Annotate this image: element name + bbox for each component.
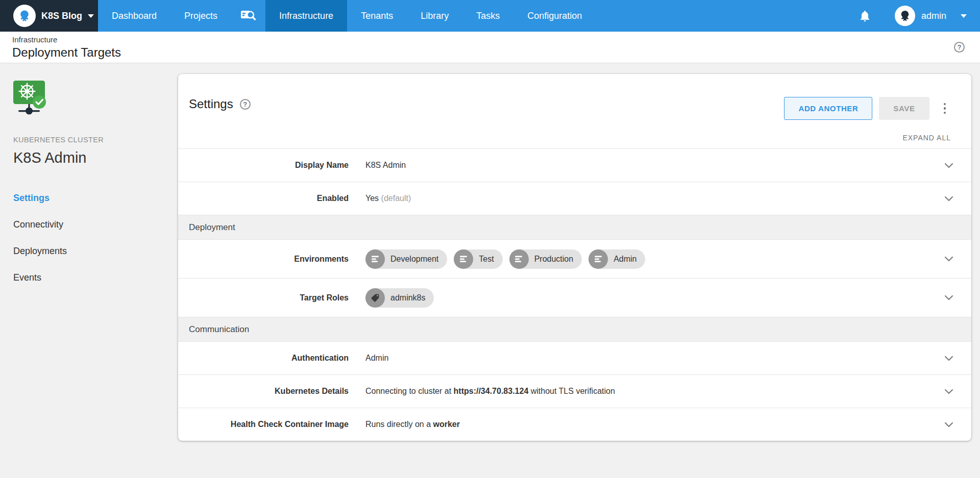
card-title-row: Settings ? [189, 97, 251, 111]
chevron-down-icon [961, 14, 967, 18]
worker-text: worker [433, 420, 460, 429]
nav-items: Dashboard Projects Infrastructure Tenant… [98, 0, 596, 32]
environment-chip: Development [365, 249, 447, 269]
nav-right: admin [859, 0, 980, 32]
user-avatar-icon [895, 6, 915, 26]
cluster-url: https://34.70.83.124 [454, 387, 529, 395]
sidebar-item-settings[interactable]: Settings [13, 193, 50, 203]
row-label: Kubernetes Details [178, 387, 365, 396]
save-button[interactable]: SAVE [879, 97, 929, 120]
row-display-name[interactable]: Display Name K8S Admin [178, 148, 971, 182]
space-switcher[interactable]: K8S Blog [0, 0, 98, 32]
expand-chevron-icon[interactable] [945, 295, 953, 300]
main-panel: Settings ? ADD ANOTHER SAVE EXPAND ALL D… [178, 74, 971, 441]
row-enabled[interactable]: Enabled Yes (default) [178, 182, 971, 215]
breadcrumb-bar: Infrastructure Deployment Targets ? [0, 32, 980, 63]
space-name: K8S Blog [41, 11, 82, 21]
sidebar: KUBERNETES CLUSTER K8S Admin Settings Co… [0, 63, 178, 299]
target-type-label: KUBERNETES CLUSTER [13, 136, 168, 144]
row-label: Environments [178, 255, 365, 264]
section-header-deployment: Deployment [178, 215, 971, 239]
nav-item-projects[interactable]: Projects [170, 0, 231, 32]
expand-chevron-icon[interactable] [945, 356, 953, 361]
expand-chevron-icon[interactable] [945, 422, 953, 427]
environment-icon [454, 249, 473, 269]
row-target-roles[interactable]: Target Roles admink8s [178, 278, 971, 317]
row-authentication[interactable]: Authentication Admin [178, 341, 971, 374]
search-icon [240, 9, 256, 23]
settings-title: Settings [189, 97, 233, 111]
nav-item-tenants[interactable]: Tenants [347, 0, 407, 32]
user-name: admin [921, 11, 946, 21]
row-label: Target Roles [178, 293, 365, 303]
row-health-check-container-image[interactable]: Health Check Container Image Runs direct… [178, 408, 971, 441]
row-value: Yes (default) [365, 194, 411, 203]
row-label: Display Name [178, 161, 365, 170]
environment-chip: Test [454, 249, 502, 269]
expand-chevron-icon[interactable] [945, 389, 953, 394]
nav-item-library[interactable]: Library [407, 0, 462, 32]
tag-icon [365, 288, 385, 308]
environment-chip: Admin [589, 249, 645, 269]
row-value: Connecting to cluster at https://34.70.8… [365, 387, 615, 396]
expand-chevron-icon[interactable] [945, 196, 953, 201]
expand-chevron-icon[interactable] [945, 257, 953, 261]
sidebar-item-connectivity[interactable]: Connectivity [13, 219, 63, 230]
search-button[interactable] [231, 0, 265, 32]
chevron-down-icon [88, 14, 94, 18]
settings-help-button[interactable]: ? [240, 99, 251, 110]
nav-item-dashboard[interactable]: Dashboard [98, 0, 170, 32]
top-navbar: K8S Blog Dashboard Projects Infrastructu… [0, 0, 980, 32]
status-check-icon [33, 95, 46, 109]
expand-chevron-icon[interactable] [945, 163, 953, 168]
content-area: KUBERNETES CLUSTER K8S Admin Settings Co… [0, 63, 980, 478]
environment-chip: Production [509, 249, 582, 269]
kubernetes-cluster-icon [13, 81, 168, 117]
nav-item-configuration[interactable]: Configuration [513, 0, 596, 32]
bell-icon [859, 10, 871, 22]
environment-chips: Development Test Production Admin [365, 249, 645, 269]
overflow-menu-button[interactable] [940, 100, 950, 117]
settings-card: Settings ? ADD ANOTHER SAVE EXPAND ALL D… [178, 74, 971, 441]
expand-row: EXPAND ALL [178, 120, 971, 148]
environment-icon [509, 249, 529, 269]
row-label: Health Check Container Image [178, 420, 365, 429]
expand-all-button[interactable]: EXPAND ALL [902, 134, 951, 142]
role-chip: admink8s [365, 288, 434, 308]
environment-icon [589, 249, 608, 269]
row-value: Admin [365, 354, 388, 363]
page-title: Deployment Targets [12, 45, 121, 60]
row-kubernetes-details[interactable]: Kubernetes Details Connecting to cluster… [178, 374, 971, 408]
row-label: Authentication [178, 354, 365, 363]
default-note: (default) [381, 194, 411, 203]
breadcrumb-link-infrastructure[interactable]: Infrastructure [12, 35, 121, 44]
page-help-button[interactable]: ? [954, 42, 965, 53]
sidebar-item-events[interactable]: Events [13, 272, 41, 283]
section-header-communication: Communication [178, 317, 971, 341]
target-name: K8S Admin [13, 149, 168, 166]
role-chips: admink8s [365, 288, 434, 308]
user-menu[interactable]: admin [895, 6, 967, 26]
notifications-button[interactable] [859, 10, 871, 22]
add-another-button[interactable]: ADD ANOTHER [784, 97, 872, 120]
nav-item-tasks[interactable]: Tasks [462, 0, 513, 32]
sidebar-menu: Settings Connectivity Deployments Events [13, 193, 168, 283]
breadcrumb: Infrastructure Deployment Targets [12, 35, 121, 60]
environment-icon [365, 249, 385, 269]
row-value: K8S Admin [365, 161, 406, 170]
sidebar-item-deployments[interactable]: Deployments [13, 246, 67, 256]
action-buttons: ADD ANOTHER SAVE [784, 97, 959, 120]
row-label: Enabled [178, 194, 365, 203]
nav-item-infrastructure[interactable]: Infrastructure [265, 0, 347, 32]
row-environments[interactable]: Environments Development Test Production [178, 239, 971, 278]
octopus-logo-icon [13, 5, 36, 27]
card-header: Settings ? ADD ANOTHER SAVE [178, 74, 971, 120]
row-value: Runs directly on a worker [365, 420, 460, 429]
